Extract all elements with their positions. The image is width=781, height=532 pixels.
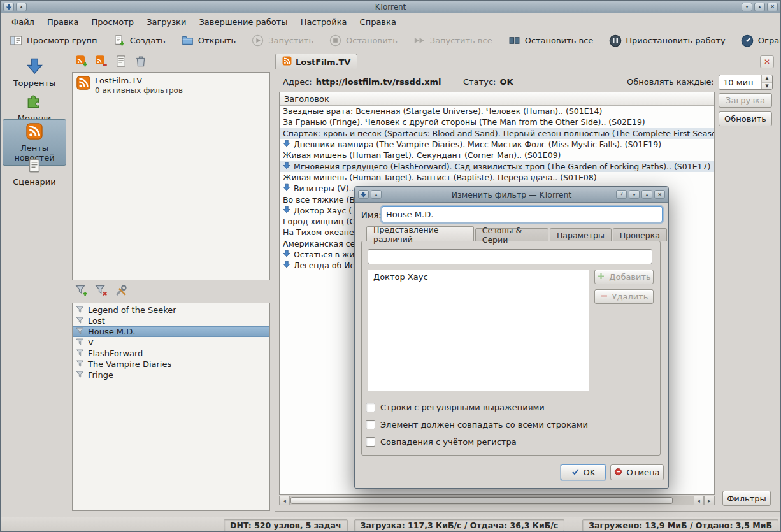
tab-lostfilm[interactable]: LostFilm.TV xyxy=(275,54,357,69)
feed-status-value: OK xyxy=(499,77,513,87)
menu-view[interactable]: Просмотр xyxy=(85,15,140,29)
pause-session-button[interactable]: Приостановить работу xyxy=(606,32,728,49)
feed-list-item[interactable]: LostFilm.TV 0 активных фильтров xyxy=(73,73,269,98)
filter-row[interactable]: Lost xyxy=(73,315,269,326)
regex-checkbox[interactable] xyxy=(366,403,375,412)
ok-button[interactable]: OK xyxy=(561,464,606,480)
sidebar-item-torrents[interactable]: Торренты xyxy=(3,54,66,90)
regex-checkbox-row[interactable]: Строки с регулярными выражениями xyxy=(366,403,545,412)
feed-item-row[interactable]: Живая мишень (Human Target). Секундант (… xyxy=(280,150,714,161)
speed-status: Загрузка: 117,3 КиБ/с / Отдача: 36,3 КиБ… xyxy=(354,519,565,531)
feed-table-hscrollbar[interactable]: ◂ ◂ ▸ xyxy=(279,496,715,505)
dialog-help-button[interactable]: ? xyxy=(616,190,627,199)
filter-name-input[interactable] xyxy=(382,206,663,222)
dialog-maximize-button[interactable]: ▴ xyxy=(641,190,652,199)
minimize-button[interactable]: ▾ xyxy=(742,3,752,11)
filter-row[interactable]: Fringe xyxy=(73,370,269,380)
create-button[interactable]: Создать xyxy=(110,32,168,49)
menu-help[interactable]: Справка xyxy=(354,15,402,29)
menu-shutdown[interactable]: Завершение работы xyxy=(193,15,293,29)
match-all-checkbox[interactable] xyxy=(366,420,375,429)
refresh-interval-spinner[interactable]: 10 мин ▲ ▼ xyxy=(719,75,773,90)
feed-address: Адрес: http://lostfilm.tv/rssdd.xml xyxy=(283,77,441,87)
edit-filter-button[interactable] xyxy=(113,284,129,299)
close-button[interactable]: ✕ xyxy=(767,3,778,11)
feed-item-row[interactable]: Дневники вампира (The Vampire Diaries). … xyxy=(280,139,714,150)
tab-options[interactable]: Параметры xyxy=(550,228,612,241)
filters-toggle-button[interactable]: Фильтры xyxy=(722,491,771,506)
hscroll-track[interactable] xyxy=(290,496,694,505)
download-arrow-icon xyxy=(283,261,290,270)
tools-icon xyxy=(115,284,127,299)
scroll-left-icon[interactable]: ◂ xyxy=(280,496,290,505)
shade-button[interactable]: ▴ xyxy=(16,3,27,11)
download-button: Загрузка xyxy=(719,93,772,108)
feed-item-row[interactable]: Живая мишень (Human Target). Баптист (Ba… xyxy=(280,172,714,183)
check-icon xyxy=(571,468,580,478)
match-all-checkbox-row[interactable]: Элемент должен совпадать со всеми строка… xyxy=(366,420,588,429)
case-sensitive-checkbox-row[interactable]: Совпадения с учётом регистра xyxy=(366,437,517,447)
spin-up-icon[interactable]: ▲ xyxy=(762,75,772,82)
tab-word-matching[interactable]: Представление различий xyxy=(366,226,474,241)
remove-filter-icon xyxy=(95,284,108,299)
puzzle-icon xyxy=(26,93,43,111)
filter-row-selected[interactable]: House M.D. xyxy=(73,326,269,337)
name-label: Имя: xyxy=(361,210,382,220)
cancel-button[interactable]: Отмена xyxy=(610,464,664,480)
stop-icon xyxy=(329,34,342,47)
dialog-shade-button[interactable]: ▴ xyxy=(371,190,382,199)
titlebar[interactable]: ▴ KTorrent ▾ ▴ ✕ xyxy=(1,1,780,13)
feed-page-icon xyxy=(115,55,127,69)
case-sensitive-checkbox[interactable] xyxy=(366,437,375,447)
refresh-button[interactable]: Обновить xyxy=(719,111,772,126)
scroll-left-2-icon[interactable]: ◂ xyxy=(694,496,704,505)
menu-edit[interactable]: Правка xyxy=(41,15,84,29)
funnel-icon xyxy=(76,316,84,326)
menu-settings[interactable]: Настройка xyxy=(295,15,353,29)
sidebar-item-scripts[interactable]: Сценарии xyxy=(3,155,66,189)
tab-test[interactable]: Проверка xyxy=(613,228,667,241)
view-groups-button[interactable]: Просмотр групп xyxy=(7,32,100,49)
menu-downloads[interactable]: Загрузки xyxy=(141,15,192,29)
add-filter-button[interactable] xyxy=(73,284,89,299)
download-arrow-icon xyxy=(283,140,290,149)
table-header-title[interactable]: Заголовок xyxy=(280,92,714,106)
delete-feed-button[interactable] xyxy=(133,54,148,69)
filter-row[interactable]: V xyxy=(73,337,269,348)
filter-row[interactable]: Legend of the Seeker xyxy=(73,305,269,315)
hscroll-thumb[interactable] xyxy=(290,497,673,504)
scroll-right-icon[interactable]: ▸ xyxy=(704,496,714,505)
menu-file[interactable]: Файл xyxy=(6,15,40,29)
add-feed-button[interactable] xyxy=(73,54,89,69)
word-filter-list[interactable]: Доктор Хаус xyxy=(368,270,589,391)
window-app-icon[interactable] xyxy=(3,3,14,11)
statusbar: DHT: 520 узлов, 5 задач Загрузка: 117,3 … xyxy=(1,517,780,532)
funnel-icon xyxy=(76,338,84,348)
remove-feed-button[interactable] xyxy=(93,54,109,69)
word-filter-list-item[interactable]: Доктор Хаус xyxy=(368,270,589,284)
show-feed-button[interactable] xyxy=(113,54,129,69)
feed-item-row[interactable]: Звездные врата: Вселенная (Stargate Univ… xyxy=(280,106,714,117)
dialog-minimize-button[interactable]: ▾ xyxy=(629,190,640,199)
dialog-close-button[interactable]: ✕ xyxy=(654,190,665,199)
stop-button: Остановить xyxy=(326,32,400,49)
filter-row[interactable]: The Vampire Diaries xyxy=(73,359,269,370)
stop-all-button[interactable]: Остановить все xyxy=(505,32,596,49)
speed-limit-button[interactable]: Ограничение скорости xyxy=(738,32,781,49)
tab-seasons-episodes[interactable]: Сезоны & Серии xyxy=(475,228,548,241)
maximize-button[interactable]: ▴ xyxy=(754,3,765,11)
open-folder-icon xyxy=(181,34,194,47)
start-button: Запустить xyxy=(248,32,316,49)
dialog-app-icon[interactable] xyxy=(358,190,369,199)
dialog-titlebar[interactable]: ▴ Изменить фильтр — KTorrent ? ▾ ▴ ✕ xyxy=(355,187,668,203)
close-feed-tab-button[interactable]: ✕ xyxy=(760,55,774,68)
filter-row[interactable]: FlashForward xyxy=(73,348,269,359)
feed-item-row[interactable]: Спартак: кровь и песок (Spartacus: Blood… xyxy=(280,128,714,139)
remove-filter-button[interactable] xyxy=(93,284,109,299)
feed-subtitle: 0 активных фильтров xyxy=(95,86,183,95)
open-button[interactable]: Открыть xyxy=(178,32,238,49)
word-filter-input[interactable] xyxy=(368,249,652,264)
feed-item-row[interactable]: Мгновения грядущего (FlashForward). Сад … xyxy=(280,161,714,171)
spin-down-icon[interactable]: ▼ xyxy=(762,82,772,90)
feed-item-row[interactable]: За Гранью (Fringe). Человек с другой сто… xyxy=(280,117,714,127)
